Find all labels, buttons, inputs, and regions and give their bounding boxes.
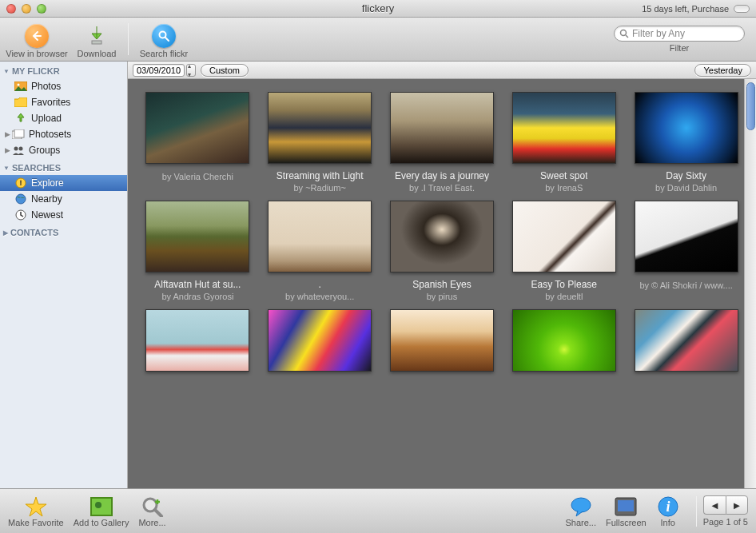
photo-cell[interactable]: [387, 309, 498, 378]
make-favorite-button[interactable]: Make Favorite: [8, 495, 64, 527]
photo-cell[interactable]: Streaming with Lightby ~Radium~: [265, 92, 376, 193]
thumbnail[interactable]: [512, 201, 616, 272]
yesterday-button[interactable]: Yesterday: [694, 64, 751, 77]
view-in-browser-button[interactable]: View in browser: [5, 18, 69, 60]
share-button[interactable]: Share...: [565, 495, 596, 527]
disclosure-icon[interactable]: ▶: [5, 146, 10, 154]
custom-button[interactable]: Custom: [201, 64, 249, 77]
thumbnail[interactable]: [145, 92, 249, 164]
photo-cell[interactable]: Easy To Pleaseby deueltl: [508, 201, 619, 301]
photo-cell[interactable]: Day Sixtyby David Dahlin: [631, 92, 742, 193]
photosets-icon: [12, 129, 25, 140]
photo-cell[interactable]: Sweet spotby IrenaS: [508, 92, 619, 193]
photo-author: by deueltl: [545, 292, 583, 301]
sidebar-item-explore[interactable]: ! Explore: [0, 175, 127, 191]
photo-cell[interactable]: Every day is a journeyby .I Travel East.: [387, 92, 498, 193]
photo-grid: by Valeria Cherchi Streaming with Lightb…: [128, 79, 756, 391]
separator: [128, 23, 129, 55]
photo-title: .: [319, 279, 321, 290]
scroll-thumb[interactable]: [746, 82, 755, 130]
photo-icon: [14, 81, 27, 92]
photo-cell[interactable]: Spanish Eyesby pirus: [387, 201, 498, 301]
photo-author: by .I Travel East.: [409, 183, 475, 193]
scrollbar[interactable]: [744, 79, 756, 488]
filter-input[interactable]: Filter by Any: [614, 26, 745, 42]
date-bar: 03/09/2010 Custom Yesterday: [128, 62, 756, 79]
fullscreen-icon: [614, 495, 638, 518]
thumbnail[interactable]: [512, 92, 616, 164]
prev-page-button[interactable]: ◄: [703, 495, 726, 515]
svg-rect-6: [14, 129, 24, 137]
thumbnail[interactable]: [145, 201, 249, 272]
photo-cell[interactable]: [631, 309, 742, 378]
filter-label: Filter: [670, 43, 689, 53]
thumbnail[interactable]: [512, 309, 616, 372]
gallery-icon: [90, 495, 113, 518]
sidebar: MY FLICKR Photos Favorites Upload ▶ Phot…: [0, 62, 128, 488]
content-area: 03/09/2010 Custom Yesterday by Valeria C…: [128, 62, 756, 488]
[interactable]: [390, 309, 494, 372]
svg-text:i: i: [666, 499, 670, 515]
thumbnail[interactable]: [390, 92, 494, 164]
photo-title: Sweet spot: [540, 170, 587, 181]
explore-icon: !: [14, 177, 27, 189]
photo-cell[interactable]: by © Ali Shokri / www....: [631, 201, 742, 301]
sidebar-item-photos[interactable]: Photos: [0, 78, 127, 94]
photo-cell[interactable]: [265, 309, 376, 378]
sidebar-item-nearby[interactable]: Nearby: [0, 191, 127, 207]
photo-author: by David Dahlin: [655, 183, 717, 193]
titlebar: flickery 15 days left, Purchase: [0, 0, 756, 18]
search-flickr-button[interactable]: Search flickr: [132, 18, 196, 60]
thumbnail[interactable]: [635, 201, 738, 272]
photo-title: Streaming with Light: [277, 170, 364, 181]
photo-cell[interactable]: [508, 309, 619, 378]
separator: [696, 496, 697, 527]
sidebar-item-newest[interactable]: Newest: [0, 207, 127, 223]
sidebar-item-groups[interactable]: ▶ Groups: [0, 142, 127, 158]
main-split: MY FLICKR Photos Favorites Upload ▶ Phot…: [0, 62, 756, 488]
sidebar-item-favorites[interactable]: Favorites: [0, 94, 127, 110]
back-arrow-icon: [25, 24, 49, 48]
sidebar-item-upload[interactable]: Upload: [0, 110, 127, 126]
svg-rect-0: [92, 41, 101, 44]
sidebar-section-searches[interactable]: SEARCHES: [0, 158, 127, 175]
search-icon: [152, 24, 176, 48]
page-indicator: Page 1 of 5: [703, 517, 748, 527]
thumbnail[interactable]: [635, 309, 738, 372]
photo-cell[interactable]: [142, 309, 253, 378]
svg-rect-13: [91, 498, 112, 515]
magnifier-icon: [619, 29, 629, 38]
thumbnail[interactable]: [268, 309, 372, 372]
add-to-gallery-button[interactable]: Add to Gallery: [74, 495, 129, 527]
photo-title: Alftavatn Hut at su...: [154, 279, 241, 290]
info-button[interactable]: i Info: [656, 495, 680, 527]
photo-cell[interactable]: .by whateveryou...: [265, 201, 376, 301]
thumbnail[interactable]: [145, 309, 249, 372]
next-page-button[interactable]: ►: [726, 495, 748, 515]
thumbnail[interactable]: [635, 92, 738, 164]
svg-point-16: [571, 498, 591, 512]
upload-icon: [14, 113, 27, 124]
disclosure-icon[interactable]: ▶: [5, 130, 10, 138]
thumbnail[interactable]: [268, 92, 372, 164]
date-field[interactable]: 03/09/2010: [133, 64, 185, 77]
photo-cell[interactable]: by Valeria Cherchi: [142, 92, 253, 193]
photo-author: by © Ali Shokri / www....: [639, 280, 732, 290]
download-button[interactable]: Download: [69, 18, 125, 60]
sidebar-section-myflickr[interactable]: MY FLICKR: [0, 62, 127, 78]
sidebar-section-contacts[interactable]: CONTACTS: [0, 223, 127, 240]
groups-icon: [12, 145, 25, 156]
star-icon: [24, 495, 48, 518]
speech-bubble-icon: [569, 495, 593, 518]
fullscreen-button[interactable]: Fullscreen: [606, 495, 647, 527]
more-button[interactable]: More...: [138, 495, 165, 527]
svg-point-14: [95, 502, 101, 508]
svg-point-8: [19, 147, 23, 151]
page-nav: ◄ ► Page 1 of 5: [703, 495, 748, 527]
sidebar-item-photosets[interactable]: ▶ Photosets: [0, 126, 127, 142]
photo-cell[interactable]: Alftavatn Hut at su...by Andras Gyorosi: [142, 201, 253, 301]
thumbnail[interactable]: [268, 201, 372, 272]
thumbnail[interactable]: [390, 201, 494, 272]
magnifier-plus-icon: [141, 495, 165, 518]
date-stepper[interactable]: [186, 64, 196, 77]
